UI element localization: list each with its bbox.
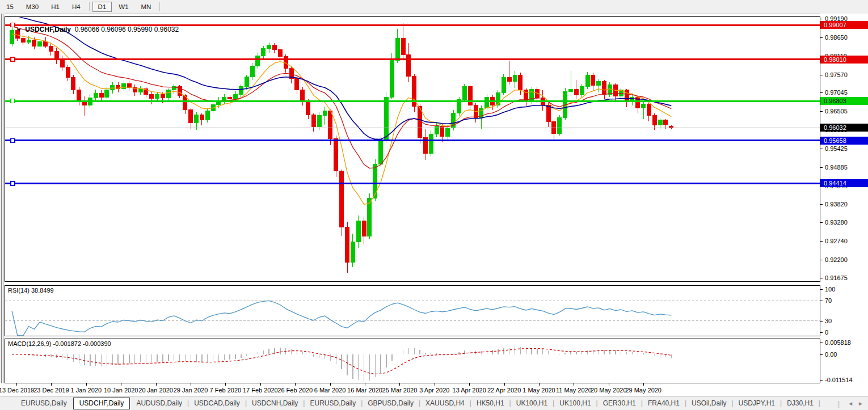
time-tick bbox=[156, 383, 157, 386]
axis-tick-label: 0.93280 bbox=[825, 219, 848, 226]
timeframe-button-h4[interactable]: H4 bbox=[66, 2, 86, 12]
time-tick-label: 10 Jan 2020 bbox=[104, 387, 138, 394]
time-axis[interactable]: 13 Dec 201923 Dec 20191 Jan 202010 Jan 2… bbox=[0, 383, 868, 396]
chart-tab-xauusd[interactable]: XAUUSD,H4 bbox=[420, 397, 470, 409]
time-tick bbox=[295, 383, 296, 386]
time-tick-label: 22 Apr 2020 bbox=[487, 387, 521, 394]
axis-tick bbox=[820, 204, 823, 205]
chart-tab-uk100[interactable]: UK100,H1 bbox=[554, 397, 596, 409]
axis-tick bbox=[820, 222, 823, 223]
timeframe-button-d1[interactable]: D1 bbox=[92, 2, 112, 12]
axis-tick bbox=[820, 301, 823, 301]
time-tick-label: 17 Feb 2020 bbox=[243, 387, 278, 394]
axis-tick-label: 0.91675 bbox=[825, 274, 848, 281]
price-chart-panel[interactable] bbox=[5, 16, 820, 282]
time-tick-label: 23 Dec 2019 bbox=[33, 387, 69, 394]
main-chart-canvas[interactable] bbox=[5, 17, 820, 281]
time-tick bbox=[539, 383, 540, 386]
price-badge: 0.95658 bbox=[820, 137, 868, 145]
window-left-edge bbox=[0, 14, 5, 410]
level-line-handle bbox=[11, 138, 15, 142]
time-tick bbox=[86, 383, 87, 386]
tab-scroll-left-icon[interactable]: ◄ bbox=[848, 400, 853, 407]
axis-tick bbox=[820, 332, 823, 333]
axis-tick-label: 0.005818 bbox=[825, 339, 851, 346]
price-badge: 0.98010 bbox=[820, 56, 868, 64]
axis-tick bbox=[820, 167, 823, 168]
time-tick-label: 25 Mar 2020 bbox=[382, 387, 418, 394]
time-tick bbox=[469, 383, 470, 386]
chart-tab-eurusd[interactable]: EURUSD,Daily bbox=[305, 397, 361, 409]
chart-tab-eurusd[interactable]: EURUSD,Daily bbox=[16, 397, 72, 409]
axis-tick-label: 0.94885 bbox=[825, 164, 848, 171]
timeframe-button-m30[interactable]: M30 bbox=[20, 2, 44, 12]
chart-tab-audusd[interactable]: AUDUSD,Daily bbox=[131, 397, 187, 409]
chart-tab-uk100[interactable]: UK100,H1 bbox=[511, 397, 553, 409]
chart-tab-usdchf[interactable]: USDCHF,Daily bbox=[73, 398, 130, 409]
tab-separator: | bbox=[819, 399, 820, 407]
axis-tick bbox=[820, 343, 823, 343]
macd-indicator-label: MACD(12,26,9) -0.001872 -0.000390 bbox=[8, 340, 111, 347]
timeframe-toolbar: 15M30H1H4D1W1MN bbox=[0, 0, 868, 14]
chart-tab-usdcnh[interactable]: USDCNH,Daily bbox=[247, 397, 303, 409]
axis-tick bbox=[820, 380, 823, 381]
mt4-chart-window: 15M30H1H4D1W1MN ▼USDCHF,Daily 0.96066 0.… bbox=[0, 0, 868, 410]
chart-tab-dj30[interactable]: DJ30,H1 bbox=[782, 397, 819, 409]
ohlc-low: 0.95990 bbox=[128, 26, 152, 33]
time-tick bbox=[191, 383, 191, 386]
timeframe-button-15[interactable]: 15 bbox=[1, 2, 19, 12]
macd-panel[interactable] bbox=[5, 339, 820, 383]
level-line-handle bbox=[11, 57, 15, 61]
time-tick bbox=[121, 383, 121, 386]
timeframe-button-w1[interactable]: W1 bbox=[113, 2, 134, 12]
rsi-indicator-label: RSI(14) 38.8499 bbox=[8, 287, 54, 294]
rsi-panel[interactable] bbox=[5, 285, 820, 336]
chart-tab-hk50[interactable]: HK50,H1 bbox=[471, 397, 509, 409]
timeframe-button-h1[interactable]: H1 bbox=[45, 2, 65, 12]
time-tick bbox=[574, 383, 574, 386]
timeframe-button-mn[interactable]: MN bbox=[136, 2, 157, 12]
time-tick bbox=[435, 383, 435, 386]
tab-scroll-right-icon[interactable]: ► bbox=[858, 400, 863, 407]
chart-tab-bar: EURUSD,DailyUSDCHF,DailyAUDUSD,Daily|USD… bbox=[0, 396, 868, 410]
chart-ohlc-readout: ▼USDCHF,Daily 0.96066 0.96096 0.95990 0.… bbox=[9, 18, 179, 41]
time-tick-label: 29 May 2020 bbox=[625, 387, 661, 394]
axis-tick bbox=[820, 75, 823, 75]
time-tick bbox=[225, 383, 226, 386]
axis-tick-label: 30 bbox=[825, 318, 832, 324]
time-tick bbox=[365, 383, 365, 386]
time-tick bbox=[51, 383, 52, 386]
time-tick bbox=[643, 383, 644, 386]
toolbar-separator bbox=[159, 2, 160, 11]
symbol-dropdown-icon[interactable]: ▼ bbox=[16, 27, 22, 33]
chart-tab-usdcad[interactable]: USDCAD,Daily bbox=[189, 397, 245, 409]
time-tick-label: 1 May 2020 bbox=[523, 387, 555, 394]
axis-tick bbox=[820, 321, 823, 322]
tab-scroll-arrows: |◄► bbox=[838, 396, 863, 410]
chart-tab-usdjpy[interactable]: USDJPY,H1 bbox=[734, 397, 780, 409]
axis-tick bbox=[820, 278, 823, 278]
chart-tab-fra40[interactable]: FRA40,H1 bbox=[643, 397, 685, 409]
axis-tick-label: 0.00 bbox=[825, 351, 837, 358]
time-tick bbox=[260, 383, 261, 386]
price-axis[interactable]: 0.991900.986500.981100.975700.970450.965… bbox=[820, 14, 868, 383]
rsi-canvas[interactable] bbox=[5, 286, 820, 336]
time-tick-label: 11 May 2020 bbox=[556, 387, 592, 394]
axis-tick bbox=[820, 111, 823, 112]
time-tick-label: 3 Apr 2020 bbox=[419, 387, 449, 394]
chart-tab-usoil[interactable]: USOil,Daily bbox=[686, 397, 731, 409]
rsi-line bbox=[12, 301, 671, 336]
axis-tick bbox=[820, 149, 823, 149]
macd-canvas[interactable] bbox=[5, 339, 820, 383]
time-tick bbox=[609, 383, 609, 386]
axis-tick-label: 100 bbox=[825, 286, 835, 293]
time-tick-label: 6 Mar 2020 bbox=[314, 387, 346, 394]
level-line-handle bbox=[11, 181, 15, 185]
axis-tick-label: 0.95425 bbox=[825, 145, 848, 152]
chart-tab-ger30[interactable]: GER30,H1 bbox=[598, 397, 641, 409]
tab-separator: | bbox=[838, 400, 840, 408]
axis-tick bbox=[820, 92, 823, 93]
time-tick-label: 16 Mar 2020 bbox=[347, 387, 382, 394]
chart-tab-gbpusd[interactable]: GBPUSD,Daily bbox=[363, 397, 419, 409]
price-badge: 0.99007 bbox=[820, 21, 868, 29]
